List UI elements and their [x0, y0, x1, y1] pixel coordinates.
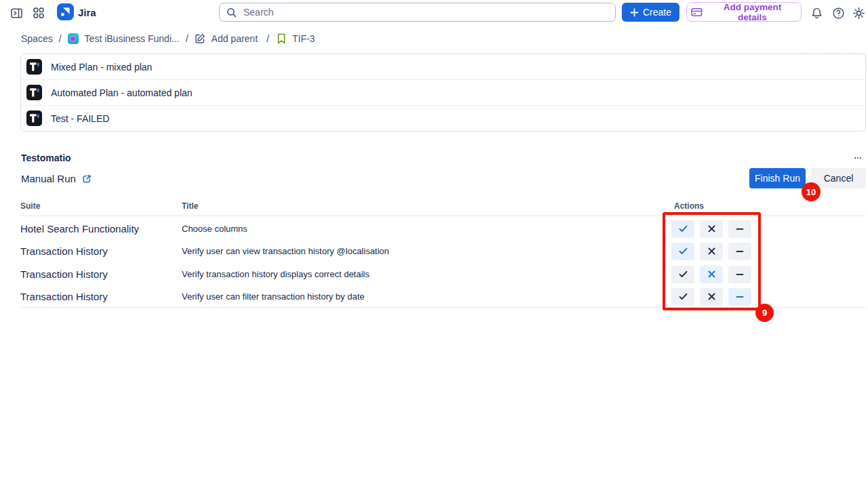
- table-header-suite: Suite: [20, 201, 182, 211]
- bell-icon: [810, 7, 823, 20]
- settings-button[interactable]: [852, 6, 865, 20]
- create-button-label: Create: [643, 7, 671, 18]
- plus-icon: [630, 8, 639, 17]
- dash-icon: [736, 296, 744, 298]
- list-item-label: Mixed Plan - mixed plan: [51, 62, 152, 73]
- skip-button[interactable]: [728, 220, 751, 238]
- gear-icon: [852, 7, 865, 20]
- testomatio-icon: [26, 110, 42, 126]
- app-switcher-button[interactable]: [32, 6, 45, 20]
- search-input[interactable]: [242, 6, 608, 18]
- global-search[interactable]: [219, 3, 616, 22]
- app-title: Jira: [78, 7, 96, 18]
- help-icon: [832, 7, 845, 20]
- check-icon: [679, 247, 688, 255]
- sidebar-collapse-icon: [10, 7, 23, 20]
- cross-icon: [708, 247, 715, 255]
- help-button[interactable]: [831, 6, 845, 20]
- fail-button[interactable]: [700, 243, 723, 260]
- external-link-icon[interactable]: [82, 174, 92, 184]
- suite-cell: Transaction History: [20, 268, 182, 280]
- dash-icon: [736, 273, 744, 276]
- table-row: Transaction History Verify user can filt…: [20, 285, 866, 308]
- breadcrumb-space-name[interactable]: Test iBusiness Fundi...: [85, 33, 180, 44]
- dash-icon: [736, 228, 744, 230]
- breadcrumb-page-key[interactable]: TIF-3: [292, 33, 315, 44]
- ellipsis-icon: [854, 157, 861, 159]
- skip-button[interactable]: [728, 288, 751, 306]
- cross-icon: [708, 270, 715, 278]
- breadcrumb-separator: /: [267, 33, 269, 44]
- actions-cell: [671, 243, 866, 260]
- credit-card-icon: [691, 7, 703, 17]
- table-header-divider: [20, 216, 866, 216]
- sidebar-toggle-button[interactable]: [9, 6, 23, 20]
- list-item-label: Test - FAILED: [51, 113, 109, 124]
- jira-logo-icon[interactable]: [57, 3, 74, 20]
- pass-button[interactable]: [671, 288, 694, 306]
- breadcrumb-add-parent[interactable]: Add parent: [212, 33, 258, 44]
- breadcrumb-spaces[interactable]: Spaces: [21, 33, 53, 44]
- notifications-button[interactable]: [810, 6, 823, 20]
- dash-icon: [736, 250, 744, 253]
- actions-cell: [671, 266, 866, 283]
- suite-cell: Hotel Search Functionality: [20, 223, 182, 235]
- testomatio-icon: [26, 59, 42, 75]
- pass-button[interactable]: [671, 243, 694, 260]
- finish-run-button[interactable]: Finish Run: [749, 168, 806, 188]
- list-item-test-failed[interactable]: Test - FAILED: [21, 105, 865, 131]
- skip-button[interactable]: [728, 243, 751, 260]
- title-cell: Verify user can view transaction history…: [182, 246, 671, 256]
- breadcrumb: Spaces / Test iBusiness Fundi... / Add p…: [21, 26, 315, 52]
- cross-icon: [708, 225, 715, 232]
- run-name-label: Manual Run: [21, 173, 76, 184]
- run-name: Manual Run: [21, 173, 92, 184]
- widget-title: Testomatio: [21, 152, 71, 163]
- search-icon: [226, 7, 237, 18]
- list-item-automated-plan[interactable]: Automated Plan - automated plan: [21, 79, 865, 105]
- cross-icon: [708, 293, 715, 300]
- edit-icon: [195, 33, 205, 44]
- pass-button[interactable]: [671, 220, 694, 238]
- table-row: Hotel Search Functionality Choose column…: [20, 218, 866, 240]
- actions-cell: [671, 288, 866, 306]
- suite-cell: Transaction History: [20, 245, 182, 257]
- check-icon: [679, 225, 688, 232]
- suite-cell: Transaction History: [20, 291, 182, 302]
- title-cell: Choose columns: [182, 224, 671, 234]
- table-row: Transaction History Verify user can view…: [20, 240, 866, 262]
- fail-button[interactable]: [700, 288, 723, 306]
- testomatio-icon: [26, 85, 42, 100]
- table-row: Transaction History Verify transaction h…: [20, 263, 866, 285]
- table-header-title: Title: [182, 201, 671, 211]
- add-payment-details-button[interactable]: Add payment details: [686, 2, 802, 22]
- app-grid-icon: [33, 7, 45, 19]
- bookmark-icon: [277, 33, 286, 44]
- check-icon: [679, 270, 688, 278]
- pass-button[interactable]: [671, 266, 694, 283]
- breadcrumb-separator: /: [59, 33, 62, 44]
- widget-more-actions-button[interactable]: [850, 152, 865, 164]
- space-avatar: [68, 33, 79, 44]
- table-header-row: Suite Title Actions: [20, 201, 866, 211]
- check-icon: [679, 293, 688, 300]
- list-item-label: Automated Plan - automated plan: [51, 87, 193, 98]
- actions-cell: [671, 220, 866, 238]
- list-item-mixed-plan[interactable]: Mixed Plan - mixed plan: [21, 54, 865, 79]
- table-header-actions: Actions: [671, 201, 866, 211]
- top-navigation-bar: Jira Create Add payment details: [0, 0, 868, 26]
- breadcrumb-bar: Spaces / Test iBusiness Fundi... / Add p…: [0, 26, 868, 52]
- title-cell: Verify transaction history displays corr…: [182, 269, 671, 279]
- add-payment-details-label: Add payment details: [708, 2, 797, 22]
- fail-button[interactable]: [700, 220, 723, 238]
- title-cell: Verify user can filter transaction histo…: [182, 291, 671, 302]
- skip-button[interactable]: [728, 266, 751, 283]
- test-plan-list: Mixed Plan - mixed plan Automated Plan -…: [20, 54, 866, 131]
- create-button[interactable]: Create: [622, 3, 679, 22]
- cancel-button[interactable]: Cancel: [811, 168, 866, 188]
- fail-button[interactable]: [700, 266, 723, 283]
- breadcrumb-separator: /: [186, 33, 189, 44]
